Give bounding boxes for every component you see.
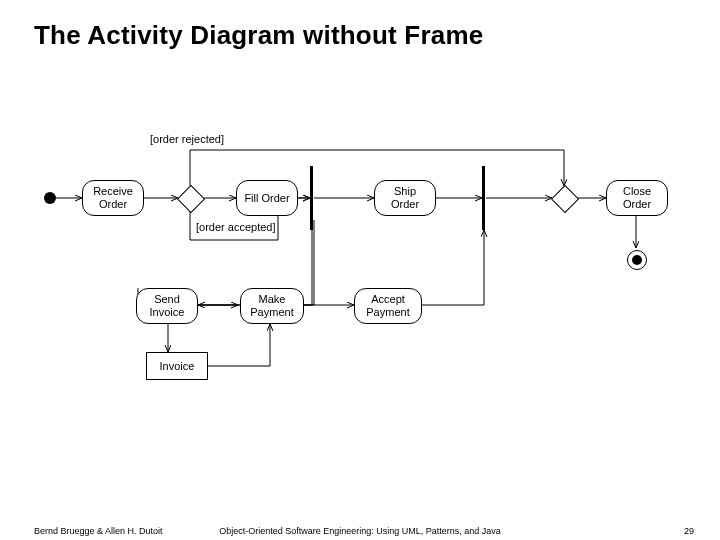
object-label: Invoice xyxy=(160,360,195,372)
activity-label: Send Invoice xyxy=(141,293,193,318)
merge-node xyxy=(551,185,579,213)
activity-label: Close Order xyxy=(611,185,663,210)
fork-bar xyxy=(310,166,313,230)
page-title: The Activity Diagram without Frame xyxy=(34,20,483,51)
guard-rejected: [order rejected] xyxy=(150,134,224,146)
activity-fill-order: Fill Order xyxy=(236,180,298,216)
activity-ship-order: Ship Order xyxy=(374,180,436,216)
object-invoice: Invoice xyxy=(146,352,208,380)
decision-node xyxy=(177,185,205,213)
diagram-edges xyxy=(38,130,682,395)
activity-close-order: Close Order xyxy=(606,180,668,216)
activity-make-payment: Make Payment xyxy=(240,288,304,324)
final-node-inner xyxy=(632,255,642,265)
activity-accept-payment: Accept Payment xyxy=(354,288,422,324)
guard-accepted: [order accepted] xyxy=(196,222,276,234)
activity-label: Accept Payment xyxy=(359,293,417,318)
activity-send-invoice: Send Invoice xyxy=(136,288,198,324)
footer-right: 29 xyxy=(684,526,694,536)
slide: The Activity Diagram without Frame xyxy=(0,0,720,540)
activity-label: Ship Order xyxy=(379,185,431,210)
initial-node xyxy=(44,192,56,204)
activity-label: Make Payment xyxy=(245,293,299,318)
activity-label: Receive Order xyxy=(87,185,139,210)
footer-center: Object-Oriented Software Engineering: Us… xyxy=(0,526,720,536)
activity-label: Fill Order xyxy=(244,192,289,205)
activity-diagram: Receive Order Fill Order Ship Order Clos… xyxy=(38,130,682,395)
final-node xyxy=(627,250,647,270)
activity-receive-order: Receive Order xyxy=(82,180,144,216)
join-bar xyxy=(482,166,485,230)
